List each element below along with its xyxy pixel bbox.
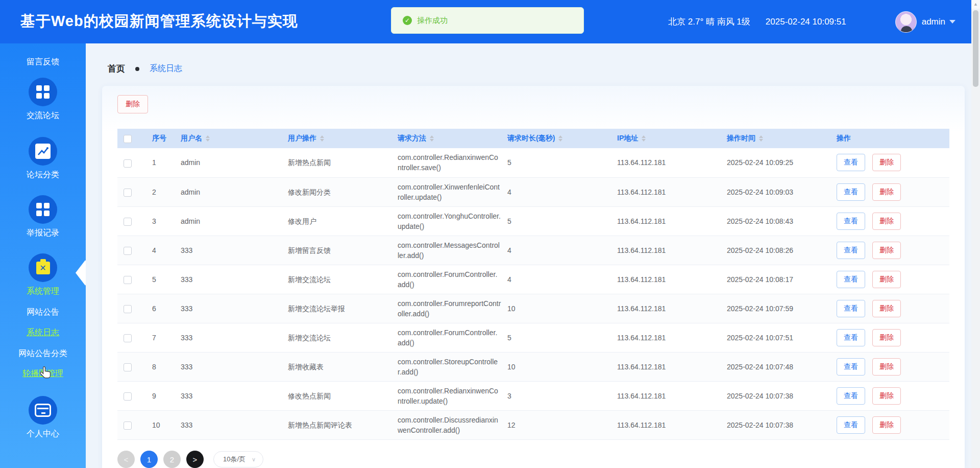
cell-seq: 5 (146, 265, 175, 294)
sort-icon[interactable] (206, 135, 210, 142)
row-delete-button[interactable]: 删除 (872, 183, 901, 201)
caret-down-icon[interactable] (949, 20, 955, 24)
username-label[interactable]: admin (922, 17, 945, 27)
view-button[interactable]: 查看 (837, 271, 865, 288)
batch-delete-button[interactable]: 删除 (117, 95, 148, 113)
cell-operation: 新增留言反馈 (282, 236, 391, 265)
row-checkbox[interactable] (124, 392, 132, 401)
sort-icon[interactable] (759, 135, 763, 142)
view-button[interactable]: 查看 (837, 154, 865, 171)
row-delete-button[interactable]: 删除 (872, 358, 901, 376)
sidebar-item-forum-category[interactable]: 论坛分类 (0, 137, 86, 180)
sort-icon[interactable] (642, 135, 646, 142)
view-button[interactable]: 查看 (837, 242, 865, 259)
row-delete-button[interactable]: 删除 (872, 154, 901, 171)
sidebar-item-announcement-category[interactable]: 网站公告分类 (0, 348, 86, 359)
sidebar-item-label: 留言反馈 (0, 57, 86, 67)
top-header-bar: 基于Web的校园新闻管理系统设计与实现 ✓ 操作成功 北京 2.7° 晴 南风 … (0, 0, 980, 43)
sidebar-item-forum[interactable]: 交流论坛 (0, 78, 86, 121)
sort-icon[interactable] (430, 135, 434, 142)
cell-duration: 5 (501, 323, 611, 352)
view-button[interactable]: 查看 (837, 329, 865, 346)
table-row: 1 admin 新增热点新闻 com.controller.Redianxinw… (117, 148, 949, 177)
cell-seq: 7 (146, 323, 175, 352)
sidebar-item-site-announcement[interactable]: 网站公告 (0, 307, 86, 318)
sidebar-item-label: 举报记录 (0, 228, 86, 239)
column-time[interactable]: 操作时间 (721, 129, 830, 148)
cell-seq: 10 (146, 410, 175, 439)
table-row: 6 333 新增交流论坛举报 com.controller.Forumrepor… (117, 294, 949, 323)
row-checkbox[interactable] (124, 159, 132, 168)
row-checkbox[interactable] (124, 247, 132, 255)
row-delete-button[interactable]: 删除 (872, 213, 901, 230)
cell-actions: 查看 删除 (830, 236, 949, 265)
row-delete-button[interactable]: 删除 (872, 416, 901, 434)
view-button[interactable]: 查看 (837, 387, 865, 405)
breadcrumb-separator-dot (135, 67, 139, 71)
cell-ip: 113.64.112.181 (611, 206, 721, 236)
select-all-checkbox[interactable] (124, 135, 132, 143)
sidebar-item-message-feedback[interactable]: 留言反馈 (0, 53, 86, 67)
pagination-prev-button[interactable]: < (117, 451, 135, 468)
sort-icon[interactable] (558, 135, 562, 142)
cell-ip: 113.64.112.181 (611, 265, 721, 294)
scrollbar-thumb[interactable] (973, 10, 978, 87)
page-scrollbar[interactable]: ▲ (971, 0, 980, 468)
view-button[interactable]: 查看 (837, 300, 865, 317)
row-delete-button[interactable]: 删除 (872, 300, 901, 317)
column-seq[interactable]: 序号 (146, 129, 175, 148)
cell-actions: 查看 删除 (830, 177, 949, 206)
row-checkbox[interactable] (124, 363, 132, 371)
view-button[interactable]: 查看 (837, 183, 865, 201)
cell-duration: 4 (501, 265, 611, 294)
pagination-page-2[interactable]: 2 (163, 451, 181, 468)
cell-operation: 新增交流论坛 (282, 323, 391, 352)
view-button[interactable]: 查看 (837, 213, 865, 230)
column-operation[interactable]: 用户操作 (282, 129, 391, 148)
cell-username: 333 (175, 352, 282, 381)
page-size-select[interactable]: 10条/页 ∨ (213, 451, 263, 467)
cell-ip: 113.64.112.181 (611, 177, 721, 206)
cell-actions: 查看 删除 (830, 352, 949, 381)
column-username[interactable]: 用户名 (175, 129, 282, 148)
cell-ip: 113.64.112.181 (611, 323, 721, 352)
row-checkbox[interactable] (124, 189, 132, 197)
cell-username: 333 (175, 323, 282, 352)
column-method[interactable]: 请求方法 (391, 129, 501, 148)
sidebar-item-system-log[interactable]: 系统日志 (0, 327, 86, 338)
row-checkbox[interactable] (124, 218, 132, 226)
cell-ip: 113.64.112.181 (611, 352, 721, 381)
breadcrumb-current[interactable]: 系统日志 (150, 63, 182, 74)
view-button[interactable]: 查看 (837, 416, 865, 434)
row-delete-button[interactable]: 删除 (872, 329, 901, 346)
chart-icon (29, 137, 57, 166)
sort-icon[interactable] (320, 135, 324, 142)
scroll-up-arrow-icon[interactable]: ▲ (971, 0, 980, 9)
row-delete-button[interactable]: 删除 (872, 271, 901, 288)
row-checkbox[interactable] (124, 305, 132, 313)
cell-operation: 新增收藏表 (282, 352, 391, 381)
grid-icon (29, 78, 57, 106)
row-checkbox[interactable] (124, 334, 132, 342)
sidebar-item-personal-center[interactable]: 个人中心 (0, 396, 86, 439)
row-checkbox[interactable] (124, 422, 132, 430)
avatar[interactable] (895, 11, 917, 33)
pagination-page-1[interactable]: 1 (140, 451, 158, 468)
sidebar-item-report-record[interactable]: 举报记录 (0, 195, 86, 239)
row-checkbox[interactable] (124, 276, 132, 284)
breadcrumb-home[interactable]: 首页 (108, 63, 125, 75)
cell-checkbox (117, 352, 146, 381)
row-delete-button[interactable]: 删除 (872, 242, 901, 259)
cell-actions: 查看 删除 (830, 410, 949, 439)
column-duration[interactable]: 请求时长(毫秒) (501, 129, 611, 148)
cell-ip: 113.64.112.181 (611, 410, 721, 439)
cell-method: com.controller.YonghuController.update() (391, 206, 501, 236)
cell-method: com.controller.StoreupController.add() (391, 352, 501, 381)
pagination-next-button[interactable]: > (186, 451, 204, 468)
row-delete-button[interactable]: 删除 (872, 387, 901, 405)
column-ip[interactable]: IP地址 (611, 129, 721, 148)
cell-checkbox (117, 236, 146, 265)
cell-method: com.controller.ForumController.add() (391, 265, 501, 294)
sidebar-item-system-management[interactable]: ✕ 系统管理 (0, 253, 86, 297)
view-button[interactable]: 查看 (837, 358, 865, 376)
